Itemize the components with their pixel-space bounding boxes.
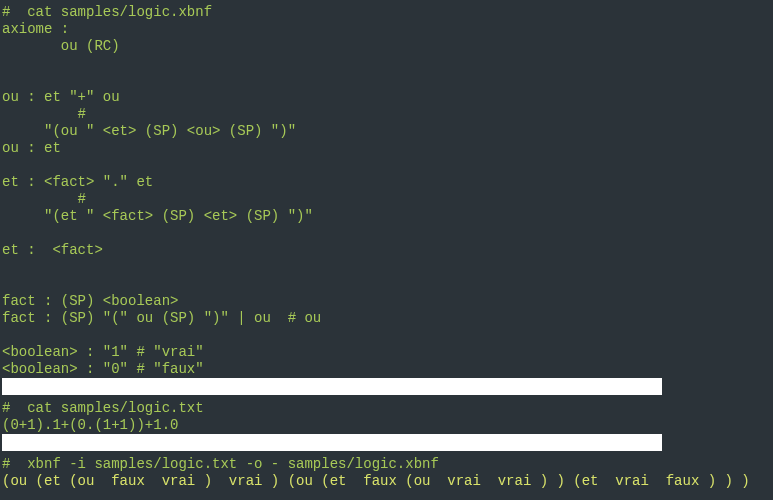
- terminal-line: [2, 225, 771, 242]
- terminal-line: "(ou " <et> (SP) <ou> (SP) ")": [2, 123, 771, 140]
- terminal-line: [2, 276, 771, 293]
- terminal-line: (0+1).1+(0.(1+1))+1.0: [2, 417, 771, 434]
- terminal-line: [2, 327, 771, 344]
- terminal-line: et : <fact> "." et: [2, 174, 771, 191]
- terminal-line: [2, 378, 771, 400]
- terminal-line: <boolean> : "1" # "vrai": [2, 344, 771, 361]
- terminal-line: [2, 157, 771, 174]
- terminal-line: [2, 434, 771, 456]
- terminal-line: [2, 259, 771, 276]
- terminal-line: #: [2, 106, 771, 123]
- terminal-output[interactable]: # cat samples/logic.xbnfaxiome : ou (RC)…: [2, 4, 771, 490]
- terminal-line: fact : (SP) "(" ou (SP) ")" | ou # ou: [2, 310, 771, 327]
- terminal-line: # cat samples/logic.xbnf: [2, 4, 771, 21]
- terminal-line: (ou (et (ou faux vrai ) vrai ) (ou (et f…: [2, 473, 771, 490]
- terminal-line: <boolean> : "0" # "faux": [2, 361, 771, 378]
- terminal-line: ou : et "+" ou: [2, 89, 771, 106]
- terminal-line: ou : et: [2, 140, 771, 157]
- terminal-line: "(et " <fact> (SP) <et> (SP) ")": [2, 208, 771, 225]
- terminal-line: ou (RC): [2, 38, 771, 55]
- terminal-line: axiome :: [2, 21, 771, 38]
- terminal-line: fact : (SP) <boolean>: [2, 293, 771, 310]
- terminal-line: # cat samples/logic.txt: [2, 400, 771, 417]
- terminal-line: #: [2, 191, 771, 208]
- prompt-bar: [2, 378, 662, 395]
- terminal-line: et : <fact>: [2, 242, 771, 259]
- terminal-line: [2, 72, 771, 89]
- terminal-line: [2, 55, 771, 72]
- terminal-line: # xbnf -i samples/logic.txt -o - samples…: [2, 456, 771, 473]
- prompt-bar: [2, 434, 662, 451]
